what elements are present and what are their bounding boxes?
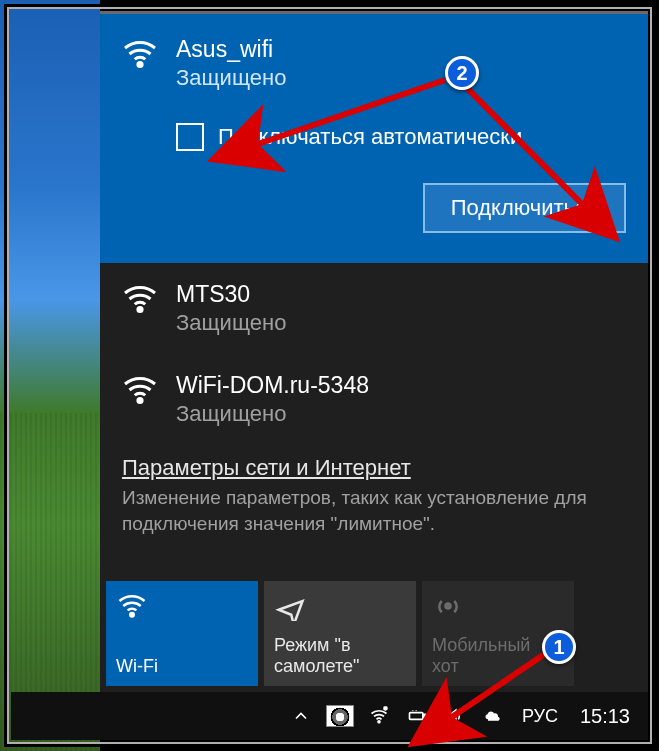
tile-airplane-mode[interactable]: Режим "в самолете" — [264, 581, 416, 686]
network-settings-link[interactable]: Параметры сети и Интернет — [122, 455, 411, 481]
taskbar: * РУС 15:13 — [11, 692, 648, 740]
volume-tray-icon[interactable] — [442, 703, 468, 729]
airplane-icon — [274, 591, 406, 627]
wifi-icon — [116, 591, 248, 627]
tile-label: Режим "в самолете" — [274, 635, 406, 678]
battery-tray-icon[interactable] — [404, 703, 430, 729]
onedrive-tray-icon[interactable] — [480, 703, 506, 729]
checkbox-icon — [176, 123, 204, 151]
auto-connect-checkbox[interactable]: Подключаться автоматически — [176, 123, 626, 151]
annotation-badge-2: 2 — [445, 56, 479, 90]
wifi-tray-icon[interactable]: * — [366, 703, 392, 729]
tile-wifi[interactable]: Wi-Fi — [106, 581, 258, 686]
annotation-badge-1: 1 — [542, 630, 576, 664]
svg-point-0 — [138, 62, 142, 66]
taskbar-clock[interactable]: 15:13 — [574, 705, 636, 728]
network-status: Защищено — [176, 310, 286, 336]
taskbar-app-thumb[interactable] — [326, 705, 354, 727]
svg-point-1 — [138, 307, 142, 311]
svg-point-4 — [446, 604, 451, 609]
wifi-icon — [122, 281, 158, 321]
network-settings-description: Изменение параметров, таких как установл… — [122, 485, 626, 536]
network-item[interactable]: WiFi-DOM.ru-5348 Защищено — [100, 354, 648, 445]
network-header: Asus_wifi Защищено — [122, 36, 626, 91]
svg-rect-7 — [409, 713, 422, 720]
network-name: WiFi-DOM.ru-5348 — [176, 372, 369, 399]
svg-point-2 — [138, 398, 142, 402]
network-item-selected[interactable]: Asus_wifi Защищено Подключаться автомати… — [100, 14, 648, 263]
desktop-wallpaper — [0, 0, 100, 751]
network-status: Защищено — [176, 65, 286, 91]
svg-point-3 — [130, 613, 134, 617]
tray-overflow-icon[interactable] — [288, 703, 314, 729]
network-flyout: Asus_wifi Защищено Подключаться автомати… — [100, 11, 648, 692]
connect-button[interactable]: Подключиться — [423, 183, 626, 233]
wifi-icon — [122, 372, 158, 412]
svg-point-5 — [378, 721, 380, 723]
network-settings-area: Параметры сети и Интернет Изменение пара… — [100, 445, 648, 552]
network-status: Защищено — [176, 401, 369, 427]
language-indicator[interactable]: РУС — [518, 706, 562, 727]
network-name: Asus_wifi — [176, 36, 286, 63]
auto-connect-label: Подключаться автоматически — [218, 124, 522, 150]
svg-rect-8 — [424, 714, 426, 717]
svg-text:*: * — [384, 706, 387, 714]
network-name: MTS30 — [176, 281, 286, 308]
network-list: MTS30 Защищено WiFi-DOM.ru-5348 Защ — [100, 263, 648, 445]
network-item[interactable]: MTS30 Защищено — [100, 263, 648, 354]
wifi-icon — [122, 36, 158, 76]
tile-label: Wi-Fi — [116, 656, 248, 678]
hotspot-icon — [432, 591, 564, 627]
